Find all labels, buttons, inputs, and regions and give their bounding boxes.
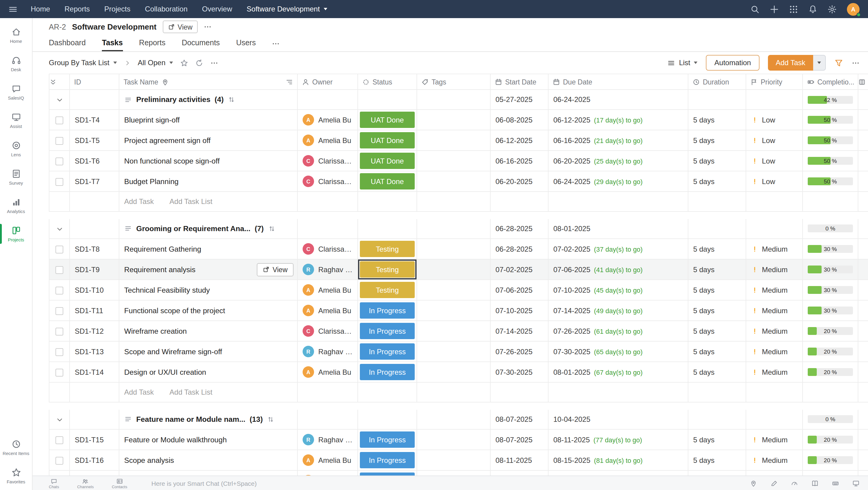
due-date[interactable]: 07-10-2025 (553, 286, 590, 294)
row-checkbox[interactable] (56, 157, 63, 165)
priority-label[interactable]: Low (762, 156, 775, 165)
duration[interactable]: 5 days (693, 177, 715, 185)
sidebar-item-home[interactable]: Home (0, 21, 32, 50)
nav-item-overview[interactable]: Overview (202, 5, 232, 13)
duration[interactable]: 5 days (693, 435, 715, 444)
task-row[interactable]: SD1-T11 Functional scope of the project … (49, 300, 868, 321)
col-header-owner[interactable]: Owner (312, 78, 333, 85)
task-name[interactable]: Non functional scope sign-off (124, 156, 220, 165)
row-view-button[interactable]: View (257, 263, 293, 276)
due-date[interactable]: 08-01-2025 (553, 368, 590, 376)
tab-documents[interactable]: Documents (182, 36, 220, 51)
completion-bar[interactable]: 50 % (808, 157, 853, 165)
status-badge[interactable]: In Progress (360, 452, 415, 468)
col-header-duration[interactable]: Duration (703, 78, 729, 85)
channels-button[interactable]: Channels (77, 478, 94, 489)
task-name[interactable]: Blueprint sign-off (124, 116, 180, 124)
completion-bar[interactable]: 50 % (808, 136, 853, 144)
sidebar-item-favorites[interactable]: Favorites (0, 462, 32, 490)
status-badge[interactable]: In Progress (360, 323, 415, 339)
start-date[interactable]: 06-20-2025 (495, 177, 532, 185)
row-checkbox[interactable] (56, 457, 63, 464)
duration[interactable]: 5 days (693, 327, 715, 335)
duration[interactable]: 5 days (693, 368, 715, 376)
task-name[interactable]: Wireframe creation (124, 327, 187, 335)
nav-item-home[interactable]: Home (31, 5, 50, 13)
start-date[interactable]: 06-16-2025 (495, 156, 532, 165)
due-date[interactable]: 06-16-2025 (553, 136, 590, 145)
sort-icon[interactable] (228, 96, 235, 103)
duration[interactable]: 5 days (693, 347, 715, 356)
group-title[interactable]: Preliminary activities (136, 95, 210, 104)
priority-label[interactable]: Medium (762, 286, 787, 294)
start-date[interactable]: 06-08-2025 (495, 116, 532, 124)
hamburger-menu-icon[interactable] (8, 4, 18, 13)
completion-bar[interactable]: 50 % (808, 116, 853, 124)
project-more-icon[interactable] (204, 23, 212, 31)
row-checkbox[interactable] (56, 368, 63, 376)
start-date[interactable]: 08-07-2025 (495, 435, 532, 444)
priority-label[interactable]: Medium (762, 368, 787, 376)
row-checkbox[interactable] (56, 286, 63, 294)
collapse-group-icon[interactable] (56, 416, 63, 423)
tags-cell[interactable] (417, 171, 490, 192)
add-task-dropdown-toggle[interactable] (813, 55, 826, 70)
row-checkbox[interactable] (56, 245, 63, 253)
completion-bar[interactable]: 50 % (808, 177, 853, 185)
status-badge[interactable]: In Progress (360, 472, 415, 475)
status-badge[interactable]: In Progress (360, 431, 415, 448)
status-cell[interactable]: In Progress (358, 300, 417, 321)
apps-grid-icon[interactable] (789, 4, 798, 13)
gauge-icon[interactable] (791, 480, 798, 487)
sidebar-item-survey[interactable]: Survey (0, 163, 32, 191)
sidebar-item-salesiq[interactable]: SalesIQ (0, 78, 32, 106)
row-checkbox[interactable] (56, 327, 63, 335)
priority-label[interactable]: Medium (762, 327, 787, 335)
status-badge[interactable]: UAT Done (360, 132, 415, 148)
status-cell[interactable]: In Progress (358, 429, 417, 450)
due-date[interactable]: 07-06-2025 (553, 265, 590, 273)
sidebar-item-recent[interactable]: Recent Items (0, 433, 32, 462)
start-date[interactable]: 07-26-2025 (495, 347, 532, 356)
col-header-tags[interactable]: Tags (432, 78, 446, 85)
status-cell[interactable]: UAT Done (358, 171, 417, 192)
row-checkbox[interactable] (56, 266, 63, 273)
refresh-icon[interactable] (195, 59, 203, 67)
due-date[interactable]: 07-14-2025 (553, 306, 590, 315)
collapse-group-icon[interactable] (56, 225, 63, 233)
tags-cell[interactable] (417, 429, 490, 450)
due-date[interactable]: 07-26-2025 (553, 327, 590, 335)
task-row[interactable]: SD1-T14 Design or UX/UI creation AAmelia… (49, 362, 868, 382)
tab-users[interactable]: Users (236, 36, 255, 51)
row-checkbox[interactable] (56, 307, 63, 315)
duration[interactable]: 5 days (693, 245, 715, 253)
screen-share-icon[interactable] (852, 480, 860, 487)
task-row[interactable]: SD1-T4 Blueprint sign-off AAmelia Bu UAT… (49, 110, 868, 130)
completion-bar[interactable]: 20 % (808, 368, 853, 376)
nav-item-projects[interactable]: Projects (104, 5, 130, 13)
settings-gear-icon[interactable] (828, 4, 837, 13)
tags-cell[interactable] (417, 280, 490, 300)
tags-cell[interactable] (417, 321, 490, 341)
tags-cell[interactable] (417, 362, 490, 382)
start-date[interactable]: 06-28-2025 (495, 245, 532, 253)
start-date[interactable]: 06-12-2025 (495, 136, 532, 145)
toolbar-right-more-icon[interactable] (852, 59, 860, 67)
completion-bar[interactable]: 20 % (808, 327, 853, 335)
status-badge[interactable]: Testing (360, 282, 415, 298)
task-name[interactable]: Budget Planning (124, 177, 179, 185)
duration[interactable]: 5 days (693, 456, 715, 464)
priority-label[interactable]: Medium (762, 245, 787, 253)
add-task-link[interactable]: Add Task (124, 197, 154, 206)
subtask-stack-icon[interactable] (286, 78, 293, 85)
task-name[interactable]: Requirement analysis (124, 265, 195, 273)
start-date[interactable]: 07-10-2025 (495, 306, 532, 315)
task-name[interactable]: Feature or Module walkthrough (124, 435, 227, 444)
group-by-dropdown[interactable]: Group By Task List (49, 59, 117, 67)
due-date[interactable]: 08-11-2025 (553, 435, 590, 444)
status-cell[interactable]: Testing (358, 280, 417, 300)
due-date[interactable]: 06-20-2025 (553, 156, 590, 165)
filter-funnel-icon[interactable] (834, 58, 843, 67)
sidebar-item-assist[interactable]: Assist (0, 106, 32, 135)
notifications-bell-icon[interactable] (808, 4, 817, 13)
